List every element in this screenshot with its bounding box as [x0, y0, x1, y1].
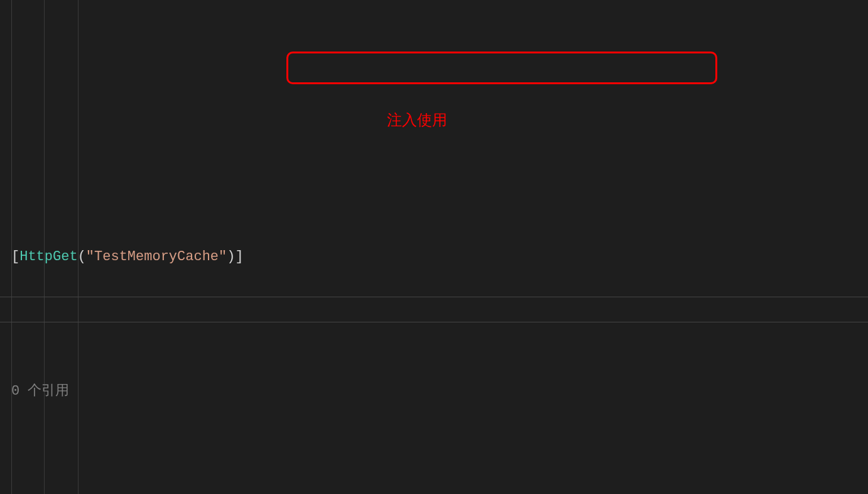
token-bracket: ] — [235, 249, 243, 265]
annotation-injection-label: 注入使用 — [387, 106, 447, 135]
token-attribute: HttpGet — [19, 249, 77, 265]
token-paren: ) — [227, 249, 235, 265]
code-line[interactable]: [HttpGet("TestMemoryCache")] — [0, 244, 868, 271]
current-line-marker-top — [0, 297, 868, 297]
token-string: "TestMemoryCache" — [86, 249, 227, 265]
code-editor[interactable]: [HttpGet("TestMemoryCache")] 0 个引用 publi… — [0, 0, 868, 494]
codelens-text: 0 个引用 — [11, 383, 69, 399]
token-paren: ( — [78, 249, 86, 265]
current-line-marker-bottom — [0, 322, 868, 322]
highlight-box-injection — [286, 52, 717, 84]
codelens-references[interactable]: 0 个引用 — [0, 378, 868, 405]
token-bracket: [ — [11, 249, 19, 265]
